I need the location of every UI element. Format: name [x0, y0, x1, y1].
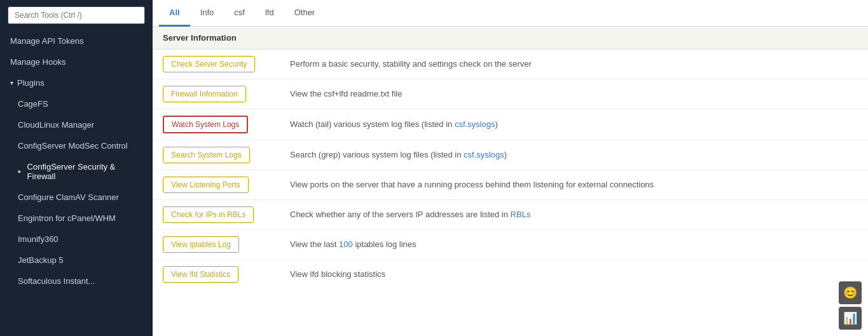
description-cell-search-system-logs: Search (grep) various system log files (…	[280, 140, 868, 170]
view-lfd-statistics-button[interactable]: View lfd Statistics	[163, 266, 238, 283]
search-system-logs-button[interactable]: Search System Logs	[163, 147, 250, 163]
csf-syslogs-link[interactable]: csf.syslogs	[455, 119, 495, 129]
description-cell-view-iptables-log: View the last 100 iptables log lines	[280, 230, 868, 260]
main-content: AllInfocsflfdOther Server Information Ch…	[153, 0, 868, 336]
action-cell-check-ips-rbls: Check for IPs in RBLs	[153, 200, 280, 230]
sidebar-items: Manage API TokensManage Hooks▾PluginsCag…	[0, 30, 153, 292]
sidebar: Manage API TokensManage Hooks▾PluginsCag…	[0, 0, 153, 336]
tabs-bar: AllInfocsflfdOther	[153, 0, 868, 27]
sidebar-item-configserver-security[interactable]: ConfigServer Security & Firewall	[0, 156, 153, 187]
chevron-down-icon: ▾	[10, 79, 13, 86]
description-cell-firewall-information: View the csf+lfd readme.txt file	[280, 79, 868, 109]
sidebar-item-manage-hooks[interactable]: Manage Hooks	[0, 51, 153, 72]
check-server-security-button[interactable]: Check Server Security	[163, 56, 255, 72]
rbls-link: RBLs	[511, 210, 531, 219]
action-cell-search-system-logs: Search System Logs	[153, 140, 280, 170]
smiley-icon[interactable]: 😊	[839, 281, 862, 304]
action-cell-firewall-information: Firewall Information	[153, 79, 280, 109]
description-cell-check-server-security: Perform a basic security, stability and …	[280, 50, 868, 79]
info-table: Check Server SecurityPerform a basic sec…	[153, 50, 868, 289]
section-header: Server Information	[153, 27, 868, 50]
view-listening-ports-button[interactable]: View Listening Ports	[163, 177, 249, 193]
view-iptables-log-button[interactable]: View iptables Log	[163, 236, 239, 253]
sidebar-item-configserver-modsec[interactable]: ConfigServer ModSec Control	[0, 135, 153, 156]
table-row: View iptables LogView the last 100 iptab…	[153, 230, 868, 260]
action-cell-watch-system-logs: Watch System Logs	[153, 109, 280, 140]
sidebar-item-cloudlinux-manager[interactable]: CloudLinux Manager	[0, 114, 153, 135]
action-cell-check-server-security: Check Server Security	[153, 50, 280, 79]
sidebar-item-engintron[interactable]: Engintron for cPanel/WHM	[0, 208, 153, 229]
table-row: Search System LogsSearch (grep) various …	[153, 140, 868, 170]
table-row: Check Server SecurityPerform a basic sec…	[153, 50, 868, 79]
sidebar-search-container	[0, 0, 153, 30]
chart-icon[interactable]: 📊	[839, 307, 862, 330]
table-row: View Listening PortsView ports on the se…	[153, 170, 868, 200]
description-cell-view-lfd-statistics: View lfd blocking statistics	[280, 260, 868, 290]
tab-other[interactable]: Other	[284, 0, 326, 27]
sidebar-item-configure-clamav[interactable]: Configure ClamAV Scanner	[0, 187, 153, 208]
tab-csf[interactable]: csf	[224, 0, 255, 27]
sidebar-section-label: Plugins	[17, 78, 45, 88]
watch-system-logs-button[interactable]: Watch System Logs	[163, 116, 248, 133]
tab-info[interactable]: Info	[190, 0, 224, 27]
action-cell-view-iptables-log: View iptables Log	[153, 230, 280, 260]
description-cell-view-listening-ports: View ports on the server that have a run…	[280, 170, 868, 200]
sidebar-item-jetbackup5[interactable]: JetBackup 5	[0, 250, 153, 271]
table-row: Watch System LogsWatch (tail) various sy…	[153, 109, 868, 140]
sidebar-section-plugins[interactable]: ▾Plugins	[0, 72, 153, 93]
csf-syslogs-link[interactable]: csf.syslogs	[464, 150, 504, 159]
sidebar-item-softaculous[interactable]: Softaculous Instant...	[0, 271, 153, 292]
check-ips-rbls-button[interactable]: Check for IPs in RBLs	[163, 206, 254, 223]
table-row: Check for IPs in RBLsCheck whether any o…	[153, 200, 868, 230]
sidebar-item-imunify360[interactable]: Imunify360	[0, 229, 153, 250]
bottom-icons: 😊📊	[839, 281, 862, 330]
tab-all[interactable]: All	[159, 0, 190, 27]
tab-lfd[interactable]: lfd	[255, 0, 284, 27]
description-cell-watch-system-logs: Watch (tail) various system log files (l…	[280, 109, 868, 140]
firewall-information-button[interactable]: Firewall Information	[163, 86, 246, 102]
content-area: Server Information Check Server Security…	[153, 27, 868, 336]
description-cell-check-ips-rbls: Check whether any of the servers IP addr…	[280, 200, 868, 230]
action-cell-view-lfd-statistics: View lfd Statistics	[153, 260, 280, 290]
sidebar-item-manage-api-tokens[interactable]: Manage API Tokens	[0, 30, 153, 51]
search-input[interactable]	[8, 6, 145, 24]
action-cell-view-listening-ports: View Listening Ports	[153, 170, 280, 200]
table-row: Firewall InformationView the csf+lfd rea…	[153, 79, 868, 109]
sidebar-item-cagefs[interactable]: CageFS	[0, 93, 153, 114]
table-row: View lfd StatisticsView lfd blocking sta…	[153, 260, 868, 290]
iptables-count: 100	[339, 239, 353, 249]
